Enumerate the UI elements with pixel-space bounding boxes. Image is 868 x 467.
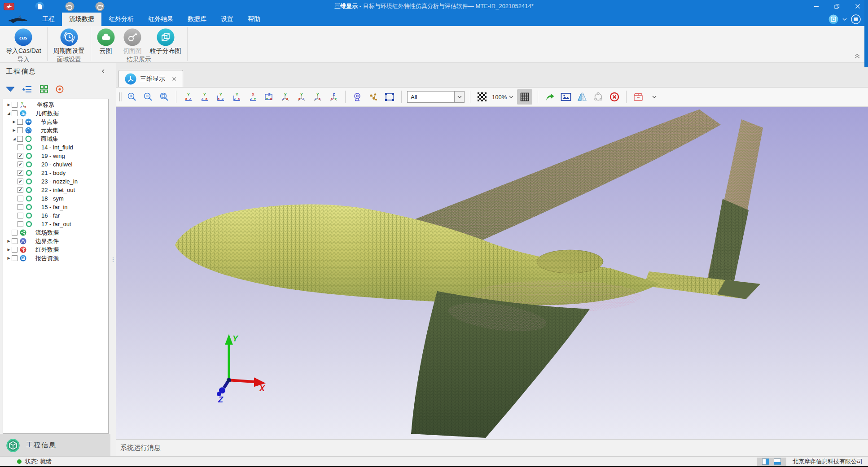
combo-dropdown-button[interactable] <box>454 92 464 102</box>
project-info-footer-button[interactable]: 工程信息 <box>0 434 110 456</box>
tree-checkbox[interactable] <box>12 238 18 244</box>
category-view-icon[interactable] <box>39 85 48 94</box>
tree-checkbox[interactable] <box>17 119 23 125</box>
new-project-icon[interactable] <box>35 2 44 11</box>
tab-3d-view[interactable]: 三维显示 <box>118 70 183 87</box>
tree-row[interactable]: 15 - far_in <box>3 203 108 211</box>
panel-splitter[interactable]: ⋮ <box>110 63 116 456</box>
tree-checkbox[interactable]: ✓ <box>18 170 23 176</box>
tree-item-label[interactable]: 红外数据 <box>35 246 59 254</box>
tree-row[interactable]: ▶红外数据 <box>3 245 108 254</box>
run-display-icon[interactable] <box>829 14 838 24</box>
tree-checkbox[interactable]: ✓ <box>18 187 23 193</box>
tree-row[interactable]: ▶报告资源 <box>3 254 108 262</box>
menu-item[interactable]: 流场数据 <box>62 13 101 26</box>
tree-checkbox[interactable] <box>12 102 18 108</box>
tree-item-label[interactable]: 17 - far_out <box>41 221 71 227</box>
tree-item-label[interactable]: 几何数据 <box>35 109 59 118</box>
collapse-ribbon-icon[interactable] <box>854 52 861 61</box>
tree-item-label[interactable]: 元素集 <box>41 127 58 135</box>
tree-item-label[interactable]: 19 - wing <box>41 153 65 159</box>
tree-item-label[interactable]: 14 - int_fluid <box>41 144 73 151</box>
tree-item-label[interactable]: 16 - far <box>41 212 60 219</box>
ribbon-button[interactable]: 周期面设置 <box>49 26 89 55</box>
tree-expand-arrow[interactable]: ▶ <box>6 256 12 260</box>
tree-row[interactable]: ✓19 - wing <box>3 152 108 160</box>
tree-row[interactable]: ▶YZX坐标系 <box>3 100 108 109</box>
undo-icon[interactable] <box>65 2 75 11</box>
snapshot-icon[interactable] <box>560 91 572 103</box>
view-iso-ne-icon[interactable]: YZX <box>311 91 324 103</box>
tree-row[interactable]: 18 - sym <box>3 194 108 203</box>
view-top-icon[interactable]: YZX <box>198 91 210 103</box>
tree-item-label[interactable]: 节点集 <box>41 118 58 126</box>
tree-checkbox[interactable] <box>18 221 23 227</box>
caret-down-icon[interactable] <box>842 18 847 21</box>
tree-row[interactable]: ✓21 - body <box>3 169 108 177</box>
tree-row[interactable]: 14 - int_fluid <box>3 143 108 152</box>
tree-item-label[interactable]: 流场数据 <box>35 229 59 237</box>
tree-expand-arrow[interactable]: ▶ <box>11 120 17 124</box>
tree-checkbox[interactable] <box>12 255 18 261</box>
view-back-icon[interactable]: YZX <box>230 91 243 103</box>
close-tab-icon[interactable] <box>171 76 177 82</box>
tree-checkbox[interactable] <box>18 204 23 210</box>
probe-points-icon[interactable] <box>367 91 380 103</box>
view-right-icon[interactable]: ZYX <box>263 91 275 103</box>
tree-row[interactable]: ◢几何数据 <box>3 109 108 118</box>
tree-checkbox[interactable] <box>12 110 18 116</box>
camera-icon[interactable] <box>351 91 364 103</box>
menu-item[interactable]: 数据库 <box>180 13 214 26</box>
menu-item[interactable]: 设置 <box>214 13 241 26</box>
layout-split-icon[interactable] <box>762 458 769 465</box>
tree-item-label[interactable]: 坐标系 <box>37 101 54 109</box>
3d-viewport[interactable]: Y X Z <box>116 107 868 439</box>
ribbon-button[interactable]: cas导入Cas/Dat <box>2 26 45 55</box>
tree-checkbox[interactable]: ✓ <box>18 153 23 159</box>
mesh-grid-icon[interactable] <box>517 89 532 105</box>
transparency-icon[interactable] <box>476 91 488 103</box>
menu-item[interactable]: 红外结果 <box>141 13 180 26</box>
tree-row[interactable]: ✓20 - chuiwei <box>3 160 108 169</box>
tree-row[interactable]: 17 - far_out <box>3 220 108 228</box>
tree-row[interactable]: ▶边界条件 <box>3 237 108 245</box>
view-iso-sw-icon[interactable]: YZX <box>279 91 291 103</box>
ribbon-button[interactable]: 云图 <box>93 26 119 55</box>
menu-item[interactable]: 帮助 <box>241 13 267 26</box>
tree-expand-arrow[interactable]: ◢ <box>6 111 12 115</box>
view-bottom-icon[interactable]: YXZ <box>182 91 194 103</box>
tree-checkbox[interactable] <box>18 213 23 218</box>
mirror-icon[interactable] <box>576 91 588 103</box>
export-arrow-icon[interactable] <box>544 91 556 103</box>
menu-item[interactable]: 红外分析 <box>101 13 141 26</box>
display-filter-combo[interactable]: All <box>407 91 465 103</box>
tree-checkbox[interactable] <box>18 144 23 150</box>
tree-checkbox[interactable]: ✓ <box>18 179 23 184</box>
restore-button[interactable] <box>827 0 847 13</box>
redo-icon[interactable] <box>95 2 105 11</box>
tree-item-label[interactable]: 面域集 <box>41 135 58 143</box>
select-region-icon[interactable] <box>383 91 396 103</box>
tree-row[interactable]: ✓23 - nozzle_in <box>3 177 108 186</box>
zoom-out-icon[interactable] <box>142 91 154 103</box>
app-launch-icon[interactable] <box>4 3 14 10</box>
ribbon-button[interactable]: 粒子分布图 <box>146 26 185 55</box>
view-left-icon[interactable]: XZY <box>246 91 259 103</box>
toolbar-grip[interactable] <box>118 91 122 103</box>
tree-item-label[interactable]: 21 - body <box>41 170 66 176</box>
tree-checkbox[interactable] <box>17 127 23 133</box>
cancel-icon[interactable] <box>608 91 621 103</box>
outline-list-icon[interactable] <box>22 85 33 94</box>
minimize-button[interactable] <box>806 0 827 13</box>
locate-icon[interactable] <box>55 85 64 94</box>
tree-row[interactable]: ▶元素集 <box>3 126 108 135</box>
tree-row[interactable]: ▶节点集 <box>3 118 108 126</box>
view-iso-se-icon[interactable]: YXZ <box>295 91 307 103</box>
tree-row[interactable]: ◢面域集 <box>3 135 108 143</box>
tree-checkbox[interactable] <box>12 247 18 253</box>
tree-item-label[interactable]: 20 - chuiwei <box>41 161 72 168</box>
tree-item-label[interactable]: 报告资源 <box>35 254 59 262</box>
tree-expand-arrow[interactable]: ▶ <box>6 103 12 107</box>
tree-row[interactable]: 流场数据 <box>3 228 108 237</box>
tree-expand-arrow[interactable]: ▶ <box>11 128 17 132</box>
